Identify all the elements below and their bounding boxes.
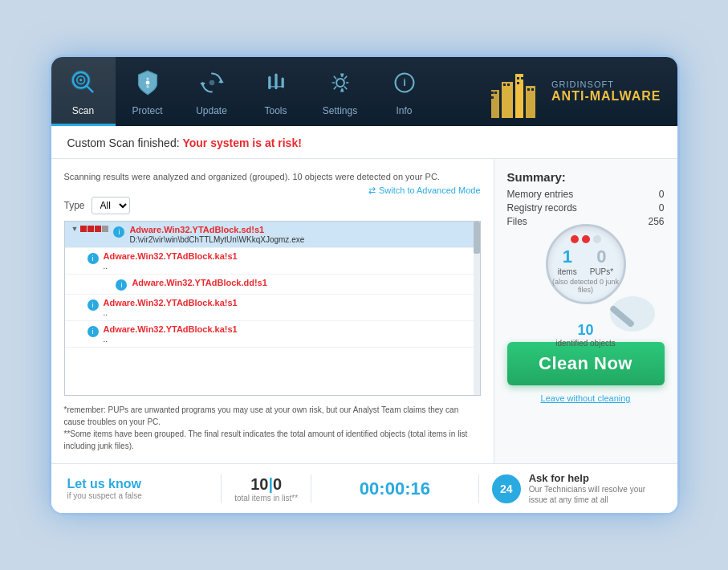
magnifier-area: 1 items 0 PUPs* (also detected 0 junk fi… [507, 238, 665, 334]
threat-name: Adware.Win32.YTAdBlock.ka!s1 [104, 298, 238, 307]
svg-rect-24 [491, 96, 494, 99]
threat-name: Adware.Win32.YTAdBlock.ka!s1 [104, 324, 238, 334]
footer-divider-3 [478, 474, 479, 503]
help-text: Ask for help Our Technicians will resolv… [529, 472, 661, 505]
info-badge: i [116, 279, 127, 291]
svg-rect-19 [502, 82, 513, 118]
footer-items-label: total items in list** [234, 494, 298, 503]
files-label: Files [507, 216, 527, 227]
threat-path: .. [104, 262, 238, 271]
threat-item[interactable]: i Adware.Win32.YTAdBlock.ka!s1 .. [65, 295, 480, 321]
protect-label: Protect [132, 105, 162, 116]
threat-path: .. [104, 308, 238, 317]
footer-let-us-section: Let us know if you suspect a false [67, 477, 209, 500]
threat-details: Adware.Win32.YTAdBlock.sd!s1 D:\vir2\vir… [129, 225, 304, 244]
svg-point-5 [145, 81, 149, 85]
threat-path: .. [104, 335, 238, 344]
threat-details: Adware.Win32.YTAdBlock.ka!s1 .. [104, 298, 238, 317]
magnifier-shadow [608, 294, 657, 334]
info-icon: i [387, 65, 422, 100]
svg-point-6 [146, 77, 148, 79]
scan-notes: *remember: PUPs are unwanted programs yo… [64, 404, 481, 452]
svg-point-10 [209, 80, 214, 86]
collapse-icon[interactable]: ▼ [71, 225, 79, 233]
brand: GRIDINSOFT ANTI-MALWARE [471, 57, 677, 126]
svg-rect-20 [515, 74, 523, 118]
footer-timer: 00:00:16 [324, 478, 466, 499]
main-content: Custom Scan finished: Your system is at … [51, 126, 677, 513]
summary-title: Summary: [507, 170, 665, 184]
settings-label: Settings [323, 105, 357, 116]
files-value: 256 [648, 216, 664, 227]
items-count-group: 1 items [558, 246, 577, 276]
info-badge: i [87, 299, 99, 311]
nav-item-update[interactable]: Update [180, 57, 244, 126]
threat-path: D:\vir2\vir\win\bdChTTLMytUn\WKkqXJogmz.… [129, 235, 304, 244]
nav-item-settings[interactable]: Settings [308, 57, 372, 126]
tools-label: Tools [264, 105, 287, 116]
threat-name: Adware.Win32.YTAdBlock.dd!s1 [132, 278, 266, 287]
pups-count: 0 [590, 246, 613, 267]
info-label: Info [396, 105, 412, 116]
pups-label: PUPs* [590, 267, 613, 276]
svg-rect-25 [503, 83, 506, 86]
mag-counts: 1 items 0 PUPs* [558, 246, 613, 276]
scan-icon [66, 65, 101, 100]
brand-city-icon [487, 66, 543, 118]
filter-bar: Type All [64, 197, 481, 214]
help-24-icon: 24 [492, 474, 521, 503]
identified-label: identified objects [555, 339, 616, 348]
footer: Let us know if you suspect a false 10|0 … [51, 463, 677, 513]
leave-without-cleaning-link[interactable]: Leave without cleaning [507, 393, 665, 403]
svg-rect-23 [494, 92, 497, 94]
right-panel: Summary: Memory entries 0 Registry recor… [494, 159, 677, 463]
svg-marker-9 [200, 83, 205, 87]
scan-header: Custom Scan finished: Your system is at … [51, 126, 677, 159]
svg-rect-29 [517, 82, 519, 84]
filter-label: Type [64, 200, 85, 211]
svg-point-15 [336, 79, 344, 87]
threat-item[interactable]: ▼ i Adware.Win32.YTAdBlock.dd!s1 [65, 275, 480, 295]
svg-rect-31 [531, 88, 534, 91]
nav-item-protect[interactable]: Protect [116, 57, 180, 126]
protect-icon [130, 65, 165, 100]
scan-result-prefix: Custom Scan finished: [67, 136, 183, 149]
footer-divider-1 [221, 474, 222, 503]
nav-item-tools[interactable]: Tools [244, 57, 308, 126]
summary-registry-row: Registry records 0 [507, 202, 665, 214]
app-window: Scan Protect [51, 57, 677, 513]
magnifier-glass: 1 items 0 PUPs* (also detected 0 junk fi… [546, 224, 626, 304]
severity-bar [80, 226, 108, 232]
brand-company: GRIDINSOFT [551, 79, 614, 89]
update-label: Update [196, 105, 227, 116]
svg-point-7 [146, 85, 148, 88]
footer-let-us-sub: if you suspect a false [67, 491, 142, 500]
brand-product: ANTI-MALWARE [551, 89, 661, 104]
threat-item[interactable]: i Adware.Win32.YTAdBlock.ka!s1 .. [65, 321, 480, 348]
nav-item-scan[interactable]: Scan [51, 57, 116, 126]
svg-rect-21 [526, 86, 535, 118]
info-badge: i [113, 226, 124, 238]
identified-group: 10 identified objects [555, 319, 616, 348]
svg-rect-11 [268, 76, 270, 89]
scan-result-status: Your system is at risk! [182, 136, 301, 149]
settings-icon [323, 65, 358, 100]
scrollbar[interactable] [474, 222, 480, 395]
type-filter-select[interactable]: All [92, 197, 130, 214]
content-area: Scanning results were analyzed and organ… [51, 159, 677, 463]
memory-value: 0 [659, 189, 665, 200]
junk-note: (also detected 0 junk files) [548, 278, 624, 294]
footer-item-counts: 10|0 [234, 475, 298, 494]
svg-point-2 [79, 79, 82, 81]
svg-rect-22 [491, 92, 494, 94]
threat-name: Adware.Win32.YTAdBlock.ka!s1 [104, 251, 238, 261]
footer-help-section: 24 Ask for help Our Technicians will res… [492, 472, 661, 505]
threat-item[interactable]: ▼ i Adware.Win32.YTAdBlock.sd!s1 D:\vir2… [65, 222, 480, 248]
nav-item-info[interactable]: i Info [372, 57, 437, 126]
svg-point-32 [610, 296, 655, 332]
brand-text: GRIDINSOFT ANTI-MALWARE [551, 79, 661, 104]
clean-now-button[interactable]: Clean Now [507, 342, 665, 385]
svg-rect-28 [521, 77, 523, 79]
advanced-mode-link[interactable]: ⇄ Switch to Advanced Mode [368, 184, 481, 197]
threat-item[interactable]: i Adware.Win32.YTAdBlock.ka!s1 .. [65, 248, 480, 275]
